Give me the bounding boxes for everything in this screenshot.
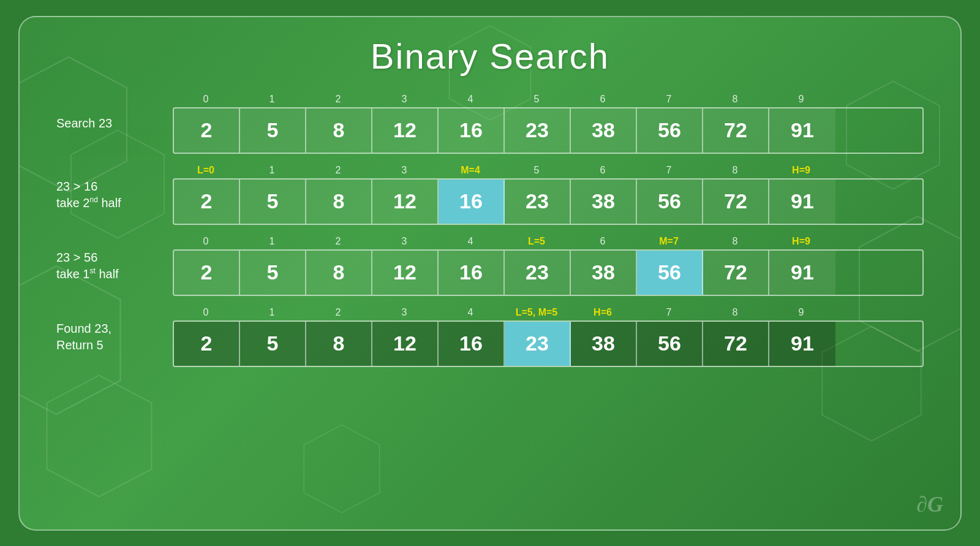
value-cell-0-4: 16 bbox=[439, 108, 505, 153]
index-cell-3-2: 2 bbox=[305, 307, 371, 319]
index-cell-3-4: 4 bbox=[437, 307, 503, 319]
index-cell-3-9: 9 bbox=[768, 307, 834, 319]
array-row-1: 23 > 16take 2nd halfL=0123M=45678H=92581… bbox=[56, 165, 924, 225]
value-cell-1-0: 2 bbox=[174, 180, 240, 224]
value-cell-0-6: 38 bbox=[571, 108, 637, 153]
value-cell-2-8: 72 bbox=[703, 251, 769, 295]
svg-marker-3 bbox=[47, 375, 152, 496]
index-cell-1-8: 8 bbox=[702, 165, 768, 177]
index-cell-1-2: 2 bbox=[305, 165, 371, 177]
value-cell-0-0: 2 bbox=[174, 108, 240, 153]
index-cell-2-5: L=5 bbox=[503, 236, 570, 248]
index-cell-1-4: M=4 bbox=[437, 165, 503, 177]
value-cell-2-2: 8 bbox=[306, 251, 372, 295]
index-cell-3-6: H=6 bbox=[570, 307, 636, 319]
index-cell-0-0: 0 bbox=[173, 94, 239, 106]
value-cell-3-1: 5 bbox=[240, 322, 306, 366]
index-cell-0-4: 4 bbox=[437, 94, 503, 106]
value-cell-3-5: 23 bbox=[505, 322, 571, 366]
index-cell-2-1: 1 bbox=[239, 236, 305, 248]
svg-marker-8 bbox=[304, 425, 380, 512]
watermark: ∂G bbox=[916, 491, 943, 517]
index-cell-2-6: 6 bbox=[570, 236, 636, 248]
value-cell-3-3: 12 bbox=[372, 322, 439, 366]
value-cell-0-2: 8 bbox=[306, 108, 372, 153]
value-cell-2-9: 91 bbox=[769, 251, 835, 295]
value-cell-3-7: 56 bbox=[637, 322, 703, 366]
index-cell-3-0: 0 bbox=[173, 307, 239, 319]
value-cell-0-1: 5 bbox=[240, 108, 306, 153]
index-cell-0-1: 1 bbox=[239, 94, 305, 106]
index-cell-3-7: 7 bbox=[636, 307, 702, 319]
index-cell-0-3: 3 bbox=[371, 94, 437, 106]
value-cell-0-9: 91 bbox=[769, 108, 835, 153]
index-cell-3-1: 1 bbox=[239, 307, 305, 319]
array-row-0: Search 23012345678925812162338567291 bbox=[56, 94, 924, 154]
value-cell-1-5: 23 bbox=[505, 180, 571, 224]
index-cell-1-1: 1 bbox=[239, 165, 305, 177]
value-cell-0-5: 23 bbox=[505, 108, 571, 153]
value-cell-2-4: 16 bbox=[439, 251, 505, 295]
array-row-3: Found 23,Return 501234L=5, M=5H=67892581… bbox=[56, 307, 924, 367]
index-cell-1-6: 6 bbox=[570, 165, 636, 177]
index-cell-1-7: 7 bbox=[636, 165, 702, 177]
value-cell-3-6: 38 bbox=[571, 322, 637, 366]
array-container-3: 01234L=5, M=5H=678925812162338567291 bbox=[173, 307, 924, 367]
row-label-3: Found 23,Return 5 bbox=[56, 320, 173, 354]
row-label-1: 23 > 16take 2nd half bbox=[56, 178, 173, 211]
array-row-2: 23 > 56take 1st half01234L=56M=78H=92581… bbox=[56, 236, 924, 296]
value-cell-1-3: 12 bbox=[372, 180, 439, 224]
value-cell-2-7: 56 bbox=[637, 251, 703, 295]
index-cell-2-4: 4 bbox=[437, 236, 503, 248]
value-cell-0-7: 56 bbox=[637, 108, 703, 153]
index-cell-2-7: M=7 bbox=[636, 236, 702, 248]
value-cell-3-8: 72 bbox=[703, 322, 769, 366]
value-cell-1-7: 56 bbox=[637, 180, 703, 224]
index-cell-2-2: 2 bbox=[305, 236, 371, 248]
index-cell-2-9: H=9 bbox=[768, 236, 834, 248]
index-cell-0-6: 6 bbox=[570, 94, 636, 106]
value-cell-1-1: 5 bbox=[240, 180, 306, 224]
value-cell-3-4: 16 bbox=[439, 322, 505, 366]
array-container-2: 01234L=56M=78H=925812162338567291 bbox=[173, 236, 924, 296]
value-cell-1-6: 38 bbox=[571, 180, 637, 224]
value-cell-2-3: 12 bbox=[372, 251, 439, 295]
index-cell-3-3: 3 bbox=[371, 307, 437, 319]
row-label-2: 23 > 56take 1st half bbox=[56, 249, 173, 282]
array-container-0: 012345678925812162338567291 bbox=[173, 94, 924, 154]
value-cell-0-3: 12 bbox=[372, 108, 439, 153]
index-cell-0-9: 9 bbox=[768, 94, 834, 106]
array-container-1: L=0123M=45678H=925812162338567291 bbox=[173, 165, 924, 225]
value-cell-2-6: 38 bbox=[571, 251, 637, 295]
value-cell-1-9: 91 bbox=[769, 180, 835, 224]
index-cell-0-5: 5 bbox=[503, 94, 570, 106]
value-cell-1-2: 8 bbox=[306, 180, 372, 224]
value-cell-2-0: 2 bbox=[174, 251, 240, 295]
index-cell-0-8: 8 bbox=[702, 94, 768, 106]
index-cell-1-9: H=9 bbox=[768, 165, 834, 177]
value-cell-0-8: 72 bbox=[703, 108, 769, 153]
value-cell-1-8: 72 bbox=[703, 180, 769, 224]
index-cell-2-0: 0 bbox=[173, 236, 239, 248]
value-cell-1-4: 16 bbox=[439, 180, 505, 224]
value-cell-3-9: 91 bbox=[769, 322, 835, 366]
index-cell-0-2: 2 bbox=[305, 94, 371, 106]
page-title: Binary Search bbox=[371, 36, 609, 77]
index-cell-2-8: 8 bbox=[702, 236, 768, 248]
index-cell-1-3: 3 bbox=[371, 165, 437, 177]
index-cell-2-3: 3 bbox=[371, 236, 437, 248]
index-cell-1-0: L=0 bbox=[173, 165, 239, 177]
value-cell-3-0: 2 bbox=[174, 322, 240, 366]
index-cell-3-5: L=5, M=5 bbox=[503, 307, 570, 319]
value-cell-2-1: 5 bbox=[240, 251, 306, 295]
value-cell-3-2: 8 bbox=[306, 322, 372, 366]
row-label-0: Search 23 bbox=[56, 115, 173, 132]
content-area: Search 2301234567892581216233856729123 >… bbox=[56, 94, 924, 367]
index-cell-0-7: 7 bbox=[636, 94, 702, 106]
value-cell-2-5: 23 bbox=[505, 251, 571, 295]
index-cell-1-5: 5 bbox=[503, 165, 570, 177]
index-cell-3-8: 8 bbox=[702, 307, 768, 319]
main-card: Binary Search Search 2301234567892581216… bbox=[18, 16, 962, 531]
